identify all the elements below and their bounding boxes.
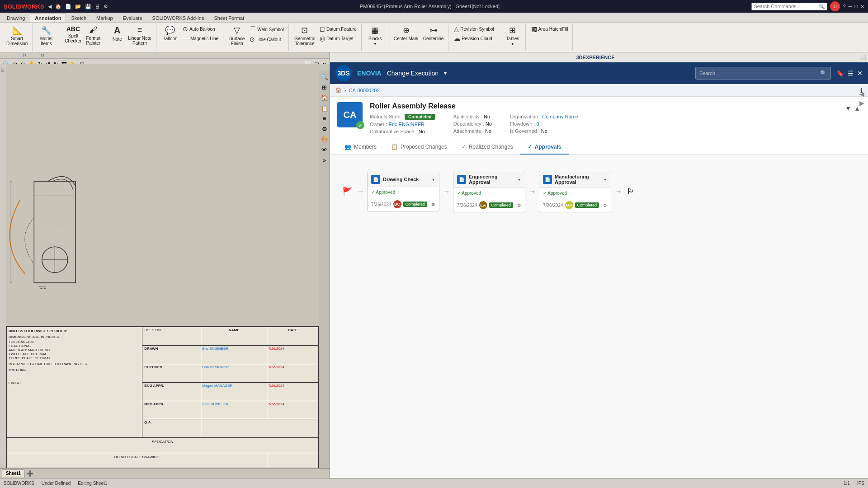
datum-target-icon: ◎ [320, 35, 325, 42]
workflow-arrow-3: → [527, 187, 537, 197]
linear-note-pattern-button[interactable]: ≡ Linear NotePattern [126, 24, 153, 47]
surface-finish-button[interactable]: ▽ SurfaceFinish [227, 24, 247, 47]
tab-sketch[interactable]: Sketch [66, 14, 91, 22]
menu-icon[interactable]: ☰ [848, 70, 854, 77]
options-icon[interactable]: ⚙ [104, 4, 108, 9]
search-commands-input[interactable] [754, 4, 817, 9]
side-zoom-btn[interactable]: 🔍 [320, 72, 329, 82]
note-button[interactable]: A Note [109, 24, 125, 42]
drawing-check-date: 7/26/2024 [371, 202, 392, 207]
geometric-tolerance-label: GeometricTolerance [294, 36, 315, 46]
balloon-icon: 💬 [165, 25, 175, 35]
restore-button[interactable]: □ [854, 4, 858, 9]
blocks-button[interactable]: ▦ Blocks ▼ [365, 24, 385, 47]
ca-icon: CA ✓ [337, 102, 363, 127]
eng-approval-settings-icon[interactable]: ⚙ [517, 203, 521, 208]
home-icon[interactable]: 🏠 [55, 4, 61, 9]
drawing-check-expand[interactable]: ▾ [431, 176, 435, 183]
revision-symbol-button[interactable]: △ Revision Symbol [452, 24, 495, 33]
help-icon[interactable]: ? [843, 4, 845, 9]
exp-search-box[interactable]: 🔍 [695, 67, 831, 80]
drawing-check-settings-icon[interactable]: ⚙ [431, 202, 435, 207]
tables-button[interactable]: ⊞ Tables ▼ [503, 24, 523, 47]
new-icon[interactable]: 📄 [65, 4, 71, 9]
datum-target-button[interactable]: ◎ Datum Target [318, 34, 359, 43]
breadcrumb-item[interactable]: CA-00000202 [349, 88, 380, 93]
sheet-tab-1[interactable]: Sheet1 [2, 469, 25, 477]
eng-approval-completed: Completed [489, 202, 514, 208]
smart-dimension-button[interactable]: 📐 SmartDimension [5, 24, 29, 47]
model-items-button[interactable]: 🔧 ModelItems [36, 24, 56, 47]
3dx-expand-icon[interactable]: ⬜ [860, 54, 866, 60]
tab-sheet-format[interactable]: Sheet Format [209, 14, 249, 22]
tab-proposed-changes[interactable]: 📋 Proposed Changes [384, 140, 454, 155]
blocks-icon: ▦ [371, 25, 379, 35]
ca-card-actions: ▾ ▴ [844, 102, 861, 114]
header-icons: 🔖 ☰ ✕ [836, 70, 863, 77]
owner-value[interactable]: Eric ENGINEER [389, 122, 425, 127]
collapse-icon[interactable]: ▾ [844, 102, 852, 114]
user-avatar[interactable]: U [830, 1, 840, 11]
mfg-approval-settings-icon[interactable]: ⚙ [603, 203, 607, 208]
app-dropdown-arrow[interactable]: ▾ [444, 70, 447, 76]
flowdown-value[interactable]: 0 [536, 121, 539, 127]
side-grid-btn[interactable]: ⊞ [321, 83, 328, 92]
exp-search-input[interactable] [699, 70, 817, 76]
centerline-button[interactable]: ⊶ Centerline [421, 24, 446, 42]
mfg-appr-name: Sam SUPPLIER [201, 401, 267, 419]
print-icon[interactable]: 🖨 [95, 4, 100, 9]
datum-feature-button[interactable]: ◻ Datum Feature [318, 24, 359, 33]
workflow-diagram: 🚩 → 📄 Drawing Check ▾ ✓ Approved [337, 162, 861, 221]
side-layers-btn[interactable]: 📋 [320, 103, 329, 113]
eng-approval-expand[interactable]: ▾ [517, 176, 521, 183]
ribbon-tabs: Drawing Annotation Sketch Markup Evaluat… [0, 13, 868, 23]
minimize-button[interactable]: ─ [849, 4, 852, 9]
hole-callout-button[interactable]: ⊙ Hole Callout [248, 35, 286, 44]
center-mark-button[interactable]: ⊕ Center Mark [392, 24, 420, 42]
tab-realized-changes[interactable]: ✓ Realized Changes [454, 140, 520, 155]
search-commands-bar[interactable]: 🔍 [751, 3, 827, 10]
nav-back-icon[interactable]: ◀ [48, 4, 52, 9]
save-icon[interactable]: 💾 [85, 4, 91, 9]
add-sheet-icon[interactable]: ➕ [26, 469, 34, 478]
drawing-area[interactable]: 17 18 🔍 ⊕ ⊖ ✋ ↻ ↺ ↻ 🖼 📏 ⊞ ⬜ ⊟ ✕ ||||| [0, 52, 330, 478]
tab-evaluate[interactable]: Evaluate [118, 14, 147, 22]
statusbar-app-name: SOLIDWORKS [4, 481, 34, 486]
area-hatch-button[interactable]: ▩ Area Hatch/Fill [529, 24, 570, 33]
side-view-btn[interactable]: 👁 [321, 145, 328, 155]
mfg-approval-expand[interactable]: ▾ [603, 176, 607, 183]
bookmark-icon[interactable]: 🔖 [836, 70, 844, 77]
tab-approvals[interactable]: ✓ Approvals [520, 140, 569, 155]
breadcrumb-home-icon[interactable]: 🏠 [335, 87, 342, 93]
tab-annotation[interactable]: Annotation [30, 14, 66, 22]
statusbar-status2: Editing Sheet1 [78, 481, 107, 486]
tab-addins[interactable]: SOLIDWORKS Add-Ins [147, 14, 209, 22]
balloon-button[interactable]: 💬 Balloon [160, 24, 180, 42]
used-on-cell: USED ON [142, 327, 201, 346]
side-expand-btn[interactable]: » [322, 155, 327, 165]
side-home-btn[interactable]: 🏠 [320, 93, 329, 103]
side-settings-btn[interactable]: ⚙ [321, 124, 328, 134]
drawing-check-icon: 📄 [371, 175, 380, 184]
magnetic-line-button[interactable]: — Magnetic Line [181, 34, 220, 43]
tab-members[interactable]: 👥 Members [337, 140, 384, 155]
app-name: Change Execution [387, 70, 439, 77]
drawing-check-title: Drawing Check [383, 177, 429, 182]
side-filter-btn[interactable]: ≡ [322, 114, 327, 123]
spell-checker-button[interactable]: ABC SpellChecker [63, 24, 83, 44]
open-icon[interactable]: 📂 [75, 4, 81, 9]
format-painter-icon: 🖌 [89, 25, 97, 35]
tab-markup[interactable]: Markup [91, 14, 118, 22]
format-painter-button[interactable]: 🖌 FormatPainter [85, 24, 103, 47]
close-button[interactable]: ✕ [860, 4, 864, 9]
geometric-tolerance-button[interactable]: ⊡ GeometricTolerance [292, 24, 317, 47]
tab-drawing[interactable]: Drawing [2, 14, 30, 22]
close-panel-icon[interactable]: ✕ [857, 70, 863, 77]
auto-balloon-button[interactable]: ⊙ Auto Balloon [181, 24, 220, 33]
centerline-icon: ⊶ [429, 25, 438, 35]
organization-value[interactable]: Company Name [542, 114, 578, 119]
revision-cloud-button[interactable]: ☁ Revision Cloud [452, 34, 495, 43]
weld-symbol-button[interactable]: ⌒ Weld Symbol [248, 24, 286, 34]
governed-row: Is Governed : No [510, 128, 578, 134]
side-color-btn[interactable]: 🎨 [320, 135, 329, 144]
